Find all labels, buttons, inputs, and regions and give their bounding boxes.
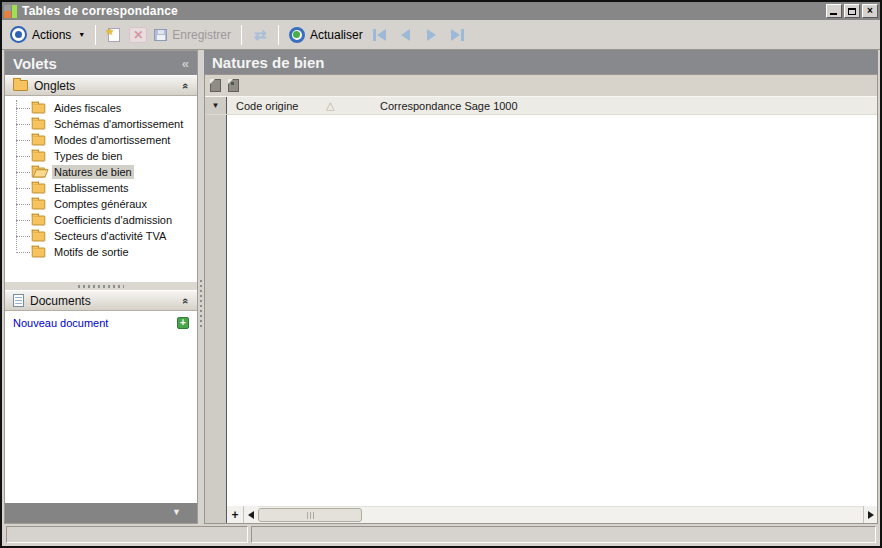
sidebar-item-secteurs-activite-tva[interactable]: Secteurs d'activité TVA (5, 228, 197, 244)
splitter-grip-icon (78, 285, 124, 288)
last-record-icon (451, 29, 460, 41)
collapse-sidebar-button[interactable]: « (182, 56, 189, 71)
main-toolbar: Actions ▼ ★ ✕ Enregistrer ⇄ Actualiser (2, 20, 880, 50)
sort-ascending-icon[interactable]: △ (326, 99, 372, 112)
new-item-button[interactable]: ★ (103, 25, 125, 45)
chevron-down-icon: ▼ (172, 507, 181, 517)
status-cell-right (251, 526, 876, 543)
row-indicator-header: ▼ (205, 97, 227, 114)
folder-icon (32, 199, 46, 209)
horizontal-scrollbar[interactable] (258, 506, 863, 523)
actions-label: Actions (32, 28, 71, 42)
section-documents-header[interactable]: Documents « (5, 290, 197, 311)
scroll-left-button[interactable] (244, 506, 258, 523)
sidebar-item-types-de-bien[interactable]: Types de bien (5, 148, 197, 164)
folder-icon (32, 103, 46, 113)
close-icon: × (867, 6, 873, 16)
column-header-code-origine[interactable]: Code origine (227, 100, 326, 112)
main-header: Natures de bien (204, 50, 878, 74)
document-icon (13, 294, 24, 307)
folder-icon (32, 119, 46, 129)
toolbar-separator (95, 25, 96, 45)
refresh-icon (289, 27, 305, 43)
row-indicator-footer (205, 506, 227, 523)
sidebar-item-schemas-amortissement[interactable]: Schémas d'amortissement (5, 116, 197, 132)
sidebar-item-comptes-generaux[interactable]: Comptes généraux (5, 196, 197, 212)
new-document-row: Nouveau document + (13, 317, 189, 329)
section-onglets-label: Onglets (34, 79, 75, 93)
scroll-right-button[interactable] (863, 506, 877, 523)
toolbar-separator (278, 25, 279, 45)
scroll-right-icon (868, 511, 874, 519)
section-documents-label: Documents (30, 294, 91, 308)
application-window: Tables de correspondance × Actions ▼ ★ ✕… (0, 0, 882, 548)
folder-icon (32, 183, 46, 193)
section-onglets-header[interactable]: Onglets « (5, 75, 197, 96)
save-label: Enregistrer (172, 28, 231, 42)
maximize-button[interactable] (844, 4, 860, 18)
first-record-icon (373, 29, 376, 41)
chevron-down-icon: ▼ (78, 31, 85, 38)
chevron-up-icon: « (180, 297, 192, 303)
last-record-button[interactable] (447, 26, 469, 44)
sync-button[interactable]: ⇄ (249, 25, 271, 45)
previous-record-button[interactable] (395, 26, 417, 44)
actions-target-icon (10, 26, 27, 43)
sidebar-item-natures-de-bien[interactable]: Natures de bien (5, 164, 197, 180)
grid-scroll-row: + (205, 506, 877, 523)
first-record-button[interactable] (369, 26, 391, 44)
chevron-up-icon: « (180, 82, 192, 88)
scroll-left-icon (248, 511, 254, 519)
refresh-button[interactable]: Actualiser (285, 25, 367, 45)
scrollbar-thumb[interactable] (258, 508, 362, 522)
actions-button[interactable]: Actions ▼ (6, 24, 89, 45)
delete-button[interactable]: ✕ (127, 25, 149, 45)
new-document-link[interactable]: Nouveau document (13, 317, 108, 329)
current-row-icon: ▼ (212, 101, 220, 110)
delete-icon: ✕ (129, 27, 147, 43)
grid-toolbar (205, 75, 877, 97)
grid-body (205, 115, 877, 506)
column-header-correspondance[interactable]: Correspondance Sage 1000 (372, 100, 518, 112)
sidebar-title: Volets (13, 55, 57, 72)
sync-icon: ⇄ (254, 26, 267, 44)
save-icon (154, 29, 167, 41)
maximize-icon (848, 8, 856, 15)
close-button[interactable]: × (862, 4, 878, 18)
grid-container: ▼ Code origine △ Correspondance Sage 100… (204, 74, 878, 524)
folder-icon (32, 151, 46, 161)
refresh-label: Actualiser (310, 28, 363, 42)
next-record-button[interactable] (421, 26, 443, 44)
minimize-icon (830, 13, 837, 15)
sidebar-bottom-collapse-bar[interactable]: ▼ (5, 503, 197, 523)
minimize-button[interactable] (826, 4, 842, 18)
add-document-button[interactable]: + (177, 317, 189, 329)
onglets-tree: Aides fiscales Schémas d'amortissement M… (5, 96, 197, 282)
documents-area: Nouveau document + (5, 311, 197, 503)
card-view-icon[interactable] (210, 79, 221, 92)
card-expand-icon[interactable] (228, 79, 239, 92)
folder-icon (13, 80, 28, 91)
page-title: Natures de bien (212, 54, 325, 71)
status-cell-left (6, 526, 248, 543)
save-button[interactable]: Enregistrer (150, 26, 235, 44)
sidebar-item-aides-fiscales[interactable]: Aides fiscales (5, 100, 197, 116)
toolbar-separator (241, 25, 242, 45)
sidebar-splitter[interactable] (5, 282, 197, 290)
sidebar-item-etablissements[interactable]: Etablissements (5, 180, 197, 196)
folder-icon (32, 215, 46, 225)
row-indicator-column (205, 115, 227, 506)
add-row-button[interactable]: + (227, 506, 244, 523)
open-folder-icon (32, 167, 46, 177)
sidebar-item-motifs-de-sortie[interactable]: Motifs de sortie (5, 244, 197, 260)
grid-empty-area[interactable] (227, 115, 877, 506)
star-icon: ★ (105, 26, 114, 37)
next-record-icon (427, 29, 436, 41)
panel-splitter[interactable] (200, 280, 202, 330)
grid-header-row: ▼ Code origine △ Correspondance Sage 100… (205, 97, 877, 115)
folder-icon (32, 231, 46, 241)
previous-record-icon (401, 29, 410, 41)
folder-icon (32, 135, 46, 145)
sidebar-item-modes-amortissement[interactable]: Modes d'amortissement (5, 132, 197, 148)
sidebar-item-coefficients-admission[interactable]: Coefficients d'admission (5, 212, 197, 228)
